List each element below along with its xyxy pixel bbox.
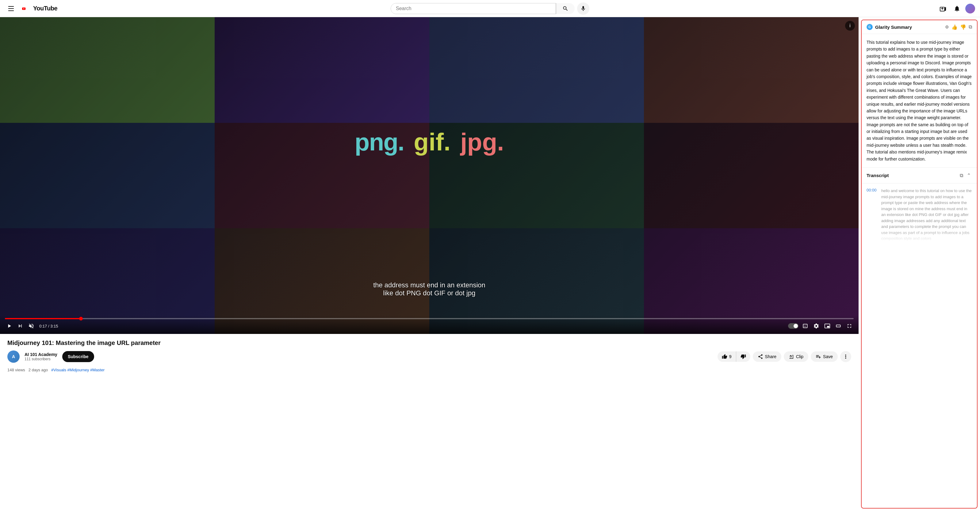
glarity-title: Glarity Summary — [875, 24, 945, 30]
glarity-dislike-button[interactable]: 👎 — [960, 24, 966, 30]
autoplay-toggle[interactable] — [788, 323, 799, 329]
progress-bar[interactable] — [5, 318, 854, 319]
search-input-wrapper — [391, 3, 556, 14]
save-label: Save — [823, 354, 833, 359]
video-controls: 0:17 / 3:15 — [0, 316, 859, 334]
png-text: png. — [355, 128, 404, 156]
share-label: Share — [765, 354, 776, 359]
cc-button[interactable] — [801, 322, 810, 330]
controls-row: 0:17 / 3:15 — [5, 322, 854, 330]
mic-icon — [580, 6, 586, 12]
create-icon — [940, 5, 946, 12]
transcript-controls: ⧉ ⌃ — [959, 171, 972, 179]
glarity-content: This tutorial explains how to use mid-jo… — [862, 34, 977, 508]
youtube-text: YouTube — [33, 5, 57, 12]
transcript-collapse-button[interactable]: ⌃ — [966, 171, 972, 179]
hamburger-line — [8, 8, 14, 9]
theater-button[interactable] — [834, 322, 843, 330]
header-center — [66, 2, 914, 15]
hamburger-line — [8, 6, 14, 7]
transcript-timestamp[interactable]: 00:00 — [867, 188, 878, 242]
more-icon — [843, 354, 849, 360]
channel-avatar[interactable]: A — [7, 351, 20, 363]
miniplayer-icon — [824, 323, 830, 329]
avatar[interactable] — [965, 4, 975, 13]
transcript-entry: 00:00 hello and welcome to this tutorial… — [867, 186, 972, 244]
upload-date: 2 days ago — [29, 368, 48, 372]
gif-text: gif. — [414, 128, 450, 156]
glarity-copy-button[interactable]: ⧉ — [969, 24, 972, 30]
action-buttons: 9 Share Clip — [718, 351, 851, 362]
transcript-body: 00:00 hello and welcome to this tutorial… — [862, 184, 977, 246]
next-button[interactable] — [16, 322, 24, 330]
search-icon — [562, 6, 568, 12]
channel-info: AI 101 Academy 111 subscribers — [24, 352, 57, 361]
glarity-like-button[interactable]: 👍 — [951, 24, 958, 30]
glarity-logo-icon: G — [867, 24, 873, 30]
subscribe-button[interactable]: Subscribe — [62, 351, 94, 362]
toggle-pill[interactable] — [788, 323, 799, 329]
jpg-text: jpg. — [460, 128, 504, 156]
hamburger-menu-button[interactable] — [5, 2, 17, 15]
theater-icon — [835, 323, 842, 329]
clip-button[interactable]: Clip — [784, 351, 808, 362]
thumbs-down-icon — [741, 354, 746, 359]
channel-row: A AI 101 Academy 111 subscribers Subscri… — [7, 351, 851, 363]
glarity-settings-icon[interactable]: ⚙ — [945, 24, 949, 29]
fullscreen-icon — [846, 323, 853, 329]
dislike-button[interactable] — [736, 351, 750, 362]
bell-icon — [954, 5, 960, 12]
transcript-label: Transcript — [867, 173, 959, 178]
notifications-button[interactable] — [951, 3, 963, 14]
time-display: 0:17 / 3:15 — [39, 324, 58, 328]
video-subtitle: the address must end in an extensionlike… — [373, 281, 485, 297]
video-section: png. gif. jpg. the address must end in a… — [0, 17, 859, 511]
channel-name[interactable]: AI 101 Academy — [24, 352, 57, 357]
toggle-thumb — [794, 324, 798, 328]
transcript-text: hello and welcome to this tutorial on ho… — [881, 188, 972, 242]
transcript-copy-button[interactable]: ⧉ — [959, 171, 964, 179]
collage-cell — [0, 123, 215, 229]
settings-button[interactable] — [812, 322, 821, 330]
channel-subscribers: 111 subscribers — [24, 357, 57, 361]
clip-icon — [789, 354, 794, 359]
skip-next-icon — [17, 323, 23, 329]
create-button[interactable] — [937, 3, 949, 14]
video-thumbnail: png. gif. jpg. the address must end in a… — [0, 17, 859, 334]
share-icon — [758, 354, 763, 359]
collage-cell — [215, 17, 429, 123]
info-button[interactable]: i — [845, 21, 855, 31]
glarity-summary: This tutorial explains how to use mid-jo… — [862, 34, 977, 168]
fullscreen-button[interactable] — [845, 322, 854, 330]
share-button[interactable]: Share — [753, 351, 781, 362]
miniplayer-button[interactable] — [823, 322, 832, 330]
view-count: 148 views — [7, 368, 25, 372]
more-options-button[interactable] — [840, 351, 851, 362]
clip-label: Clip — [796, 354, 803, 359]
header: YouTube — [0, 0, 980, 17]
main-layout: png. gif. jpg. the address must end in a… — [0, 17, 980, 511]
hamburger-line — [8, 10, 14, 11]
header-right — [914, 3, 975, 14]
search-form — [391, 3, 574, 14]
progress-dot — [79, 317, 83, 321]
collage-cell — [644, 123, 859, 229]
mic-button[interactable] — [577, 2, 589, 15]
header-left: YouTube — [5, 2, 66, 15]
video-player[interactable]: png. gif. jpg. the address must end in a… — [0, 17, 859, 334]
glarity-panel: G Glarity Summary ⚙ 👍 👎 ⧉ This tutorial … — [861, 20, 978, 509]
video-title: Midjourney 101: Mastering the image URL … — [7, 339, 851, 347]
youtube-logo[interactable]: YouTube — [22, 5, 57, 12]
transcript-header: Transcript ⧉ ⌃ — [862, 168, 977, 184]
video-info: Midjourney 101: Mastering the image URL … — [0, 334, 859, 368]
settings-icon — [813, 323, 819, 329]
mute-button[interactable] — [27, 322, 35, 330]
like-button[interactable]: 9 — [718, 351, 736, 362]
collage-cell — [429, 17, 644, 123]
save-button[interactable]: Save — [811, 351, 838, 362]
search-input[interactable] — [391, 3, 555, 14]
collage-cell — [644, 17, 859, 123]
play-button[interactable] — [5, 322, 13, 330]
search-button[interactable] — [556, 3, 574, 14]
progress-bar-fill — [5, 318, 81, 319]
